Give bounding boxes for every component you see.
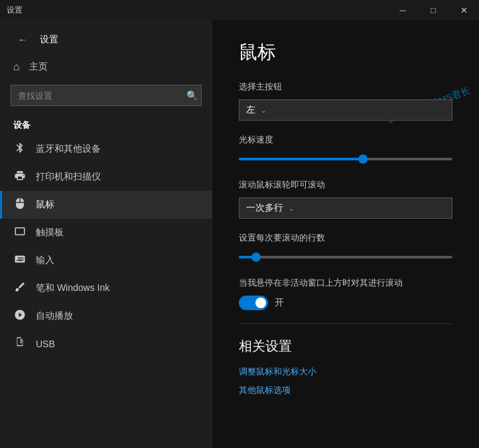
cursor-speed-slider[interactable] <box>239 152 452 166</box>
scroll-lines-thumb[interactable] <box>251 252 261 262</box>
dropdown-arrow-icon: ⌄ <box>261 107 266 114</box>
maximize-button[interactable]: □ <box>418 0 448 20</box>
sidebar-header: ← 设置 <box>0 20 212 54</box>
cursor-speed-label: 光标速度 <box>239 134 452 146</box>
search-input[interactable] <box>11 85 202 106</box>
sidebar-item-autoplay[interactable]: 自动播放 <box>0 302 212 330</box>
close-button[interactable]: ✕ <box>448 0 479 20</box>
primary-button-dropdown[interactable]: 左 ⌄ <box>239 99 452 121</box>
bluetooth-icon <box>13 142 27 156</box>
home-icon: ⌂ <box>13 61 20 73</box>
ink-label: 笔和 Windows Ink <box>36 282 109 294</box>
app-container: ← 设置 ⌂ 主页 🔍 设备 蓝牙和其他设备 打印机和扫描仪 <box>0 20 479 448</box>
titlebar-left: 设置 <box>7 5 23 16</box>
scroll-value: 一次多行 <box>246 202 283 214</box>
input-label: 输入 <box>36 254 54 266</box>
mouse-label: 鼠标 <box>36 199 54 211</box>
scroll-dropdown-arrow-icon: ⌄ <box>289 205 294 212</box>
sidebar: ← 设置 ⌂ 主页 🔍 设备 蓝牙和其他设备 打印机和扫描仪 <box>0 20 212 448</box>
sidebar-app-title: 设置 <box>40 34 58 46</box>
input-icon <box>13 253 27 268</box>
primary-button-label: 选择主按钮 <box>239 81 452 93</box>
sidebar-home-label: 主页 <box>29 61 48 73</box>
usb-label: USB <box>36 339 55 349</box>
cursor-speed-section: 光标速度 <box>239 134 452 166</box>
back-arrow-icon: ← <box>18 34 27 45</box>
cursor-speed-fill <box>239 158 363 160</box>
sidebar-item-usb[interactable]: USB <box>0 330 212 358</box>
hover-toggle-row: 开 <box>239 296 452 310</box>
hover-toggle[interactable] <box>239 296 268 310</box>
printer-label: 打印机和扫描仪 <box>36 171 101 183</box>
scroll-lines-slider[interactable] <box>239 251 452 264</box>
scroll-dropdown[interactable]: 一次多行 ⌄ <box>239 197 452 219</box>
search-icon[interactable]: 🔍 <box>186 90 198 101</box>
touchpad-label: 触摸板 <box>36 227 64 239</box>
scroll-lines-track <box>239 256 452 258</box>
page-title: 鼠标 <box>239 40 452 65</box>
sidebar-item-input[interactable]: 输入 <box>0 247 212 274</box>
back-button[interactable]: ← <box>13 30 32 49</box>
scroll-lines-section: 设置每次要滚动的行数 <box>239 232 452 264</box>
hover-section: 当我悬停在非活动窗口上方时对其进行滚动 开 <box>239 277 452 310</box>
primary-button-value: 左 <box>246 104 255 116</box>
hover-label: 当我悬停在非活动窗口上方时对其进行滚动 <box>239 277 452 289</box>
titlebar: 设置 ─ □ ✕ <box>0 0 479 20</box>
sidebar-home-item[interactable]: ⌂ 主页 <box>0 54 212 80</box>
autoplay-icon <box>13 309 27 323</box>
mouse-icon <box>13 197 27 212</box>
scroll-section: 滚动鼠标滚轮即可滚动 一次多行 ⌄ <box>239 179 452 219</box>
printer-icon <box>13 170 27 184</box>
minimize-button[interactable]: ─ <box>387 0 418 20</box>
scroll-label: 滚动鼠标滚轮即可滚动 <box>239 179 452 191</box>
divider <box>239 323 452 324</box>
bluetooth-label: 蓝牙和其他设备 <box>36 143 101 155</box>
sidebar-item-mouse[interactable]: 鼠标 <box>0 191 212 219</box>
section-label: 设备 <box>0 111 212 135</box>
scroll-lines-label: 设置每次要滚动的行数 <box>239 232 452 244</box>
cursor-speed-thumb[interactable] <box>358 154 368 164</box>
primary-button-section: 选择主按钮 左 ⌄ <box>239 81 452 121</box>
autoplay-label: 自动播放 <box>36 310 73 322</box>
sidebar-item-printer[interactable]: 打印机和扫描仪 <box>0 163 212 191</box>
related-link-1[interactable]: 调整鼠标和光标大小 <box>239 366 452 378</box>
sidebar-item-bluetooth[interactable]: 蓝牙和其他设备 <box>0 135 212 163</box>
related-settings-title: 相关设置 <box>239 337 452 355</box>
hover-toggle-label: 开 <box>275 297 284 309</box>
toggle-knob <box>255 298 266 308</box>
titlebar-title: 设置 <box>7 5 23 16</box>
touchpad-icon <box>13 225 27 240</box>
search-box: 🔍 <box>11 85 202 106</box>
cursor-speed-track <box>239 158 452 160</box>
related-link-2[interactable]: 其他鼠标选项 <box>239 384 452 396</box>
usb-icon <box>13 337 27 351</box>
sidebar-item-touchpad[interactable]: 触摸板 <box>0 219 212 247</box>
main-content: 快转Win10的MS君长 鼠标 选择主按钮 左 ⌄ 光标速度 滚动鼠标滚轮即可滚… <box>212 20 479 448</box>
titlebar-controls: ─ □ ✕ <box>387 0 479 20</box>
sidebar-item-ink[interactable]: 笔和 Windows Ink <box>0 274 212 302</box>
pen-icon <box>13 281 27 296</box>
related-settings-section: 相关设置 调整鼠标和光标大小 其他鼠标选项 <box>239 337 452 396</box>
